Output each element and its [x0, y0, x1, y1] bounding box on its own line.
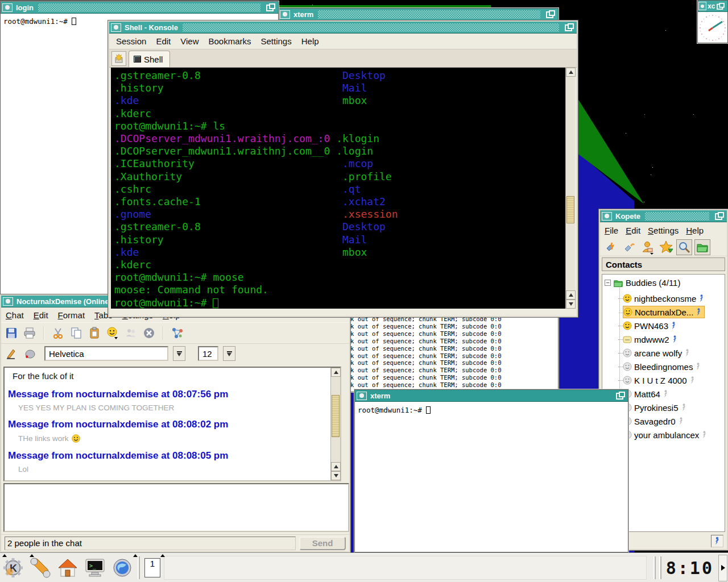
menu-item-edit[interactable]: Edit — [626, 226, 640, 235]
menu-item-settings[interactable]: Settings — [261, 36, 292, 46]
window-menu-button[interactable] — [698, 2, 706, 10]
applet-handle[interactable] — [659, 556, 661, 579]
window-menu-button[interactable] — [602, 212, 612, 221]
maximize-button[interactable] — [714, 211, 725, 221]
menu-item-file[interactable]: File — [605, 226, 618, 235]
menu-item-chat[interactable]: Chat — [6, 310, 24, 320]
xterm-terminal-text[interactable]: root@mdwuni1:~# — [355, 402, 628, 414]
save-button[interactable] — [5, 326, 18, 340]
desktop-pager[interactable]: 1 — [144, 558, 160, 577]
titlebar-xterm-background[interactable]: xterm — [278, 9, 558, 20]
maximize-button[interactable] — [716, 2, 725, 11]
scroll-up-button2[interactable] — [566, 290, 576, 300]
window-menu-button[interactable] — [2, 3, 13, 12]
contact-row-pwn463[interactable]: PWN463 — [623, 319, 677, 332]
menu-item-session[interactable]: Session — [116, 36, 146, 46]
background-color-button[interactable] — [23, 347, 36, 360]
settings-wrench-button[interactable] — [28, 556, 52, 580]
menu-item-edit[interactable]: Edit — [156, 36, 171, 46]
window-menu-button[interactable] — [280, 10, 290, 19]
contact-row-matt64[interactable]: Matt64 — [623, 388, 669, 400]
contact-row-savagedr0[interactable]: Savagedr0 — [623, 415, 684, 427]
contacts-button-disabled[interactable] — [124, 326, 138, 340]
scroll-up-button[interactable] — [566, 68, 576, 77]
text-color-button[interactable] — [5, 347, 18, 360]
chat-input[interactable] — [3, 483, 349, 532]
menu-item-bookmarks[interactable]: Bookmarks — [208, 36, 251, 46]
menu-item-settings[interactable]: Settings — [648, 226, 679, 235]
connect-button[interactable] — [603, 239, 619, 255]
menu-item-edit[interactable]: Edit — [34, 310, 48, 320]
font-family-select[interactable]: Helvetica — [44, 346, 168, 361]
contact-name: mdwww2 — [634, 335, 669, 344]
contact-row-k-i-u-t-z-4000[interactable]: K I U t Z 4000 — [623, 374, 696, 386]
collapse-icon[interactable]: − — [605, 280, 611, 286]
applet-handle[interactable] — [653, 556, 656, 579]
font-family-dropdown-button[interactable] — [173, 346, 185, 361]
window-menu-button[interactable] — [357, 392, 367, 400]
titlebar-xclock[interactable]: xc — [698, 1, 727, 12]
pager-desktop-1[interactable]: 1 — [150, 559, 155, 568]
home-button[interactable] — [56, 556, 80, 580]
titlebar-xterm[interactable]: xterm — [355, 390, 628, 402]
contact-row-mdwww2[interactable]: mdwww2 — [623, 333, 678, 346]
contact-row-nightbeckonsme[interactable]: nightbeckonsme — [623, 292, 705, 305]
font-size-select[interactable]: 12 — [198, 346, 218, 361]
panel-hide-button[interactable] — [718, 555, 727, 581]
emoticon-button[interactable] — [106, 326, 119, 340]
search-contact-button[interactable] — [676, 239, 692, 255]
window-menu-button[interactable] — [3, 297, 13, 306]
window-menu-button[interactable] — [111, 23, 121, 32]
contacts-header[interactable]: Contacts — [602, 257, 725, 271]
scroll-up-button[interactable] — [331, 368, 341, 377]
scroll-up-button2[interactable] — [331, 462, 341, 471]
panel-clock[interactable]: 8:10 — [666, 558, 714, 578]
print-button[interactable] — [23, 326, 36, 340]
konsole-terminal[interactable]: .gstreamer-0.8 Desktop .history Mail .kd… — [111, 68, 575, 309]
set-status-button[interactable] — [658, 239, 674, 255]
titlebar-konsole[interactable]: Shell - Konsole — [109, 22, 577, 34]
tab-shell[interactable]: Shell — [129, 51, 170, 67]
add-contact-button[interactable] — [640, 239, 656, 255]
konsole-scrollbar[interactable] — [565, 68, 575, 309]
chat-message-view: For the fuck of itMessage from nocturnal… — [3, 367, 341, 481]
disconnect-button[interactable] — [622, 239, 638, 255]
contact-row-pyrokinesi5[interactable]: Pyrokinesi5 — [623, 401, 687, 414]
menu-item-view[interactable]: View — [180, 36, 198, 46]
contact-row-arcane-wolfy[interactable]: arcane wolfy — [623, 347, 690, 359]
aim-protocol-icon[interactable] — [711, 535, 723, 547]
applet-handle[interactable] — [138, 556, 140, 579]
menu-item-format[interactable]: Format — [58, 310, 85, 320]
new-session-button[interactable] — [111, 51, 126, 66]
titlebar-kopete[interactable]: Kopete — [600, 210, 727, 222]
konsole-menubar: SessionEditViewBookmarksSettingsHelp — [109, 34, 577, 49]
stop-button[interactable] — [142, 326, 156, 340]
menu-item-help[interactable]: Help — [686, 226, 704, 235]
scrollbar-thumb[interactable] — [566, 196, 574, 223]
font-size-dropdown-button[interactable] — [223, 346, 235, 361]
send-button[interactable]: Send — [299, 537, 346, 550]
paste-button[interactable] — [88, 326, 101, 340]
maximize-button[interactable] — [615, 391, 626, 400]
konsole-launcher-button[interactable]: >_ — [83, 556, 107, 580]
contact-group-buddies[interactable]: − Buddies (4/11) — [605, 278, 680, 288]
cut-button[interactable] — [51, 326, 65, 340]
menu-item-help[interactable]: Help — [301, 36, 319, 46]
scrollbar-thumb[interactable] — [332, 395, 340, 437]
konqueror-button[interactable] — [110, 556, 134, 580]
maximize-button[interactable] — [265, 3, 276, 12]
copy-button[interactable] — [69, 326, 83, 340]
contact-row-nocturnalxde-[interactable]: NocturnalxDe... — [623, 306, 705, 318]
scroll-down-button[interactable] — [331, 471, 341, 480]
window-taskbar-area[interactable] — [164, 556, 647, 580]
show-offline-users-button[interactable] — [694, 239, 710, 255]
maximize-button[interactable] — [564, 23, 575, 32]
chat-scrollbar[interactable] — [330, 368, 340, 480]
kmenu-button[interactable]: K — [1, 556, 25, 580]
network-share-icon[interactable] — [171, 326, 184, 340]
scroll-down-button[interactable] — [566, 300, 576, 309]
titlebar-login[interactable]: login — [1, 2, 278, 14]
contact-row-bleedingnomes[interactable]: Bleedingnomes — [623, 360, 701, 373]
contact-row-your-ambulancex[interactable]: your ambulancex — [623, 429, 708, 441]
maximize-button[interactable] — [545, 10, 556, 19]
